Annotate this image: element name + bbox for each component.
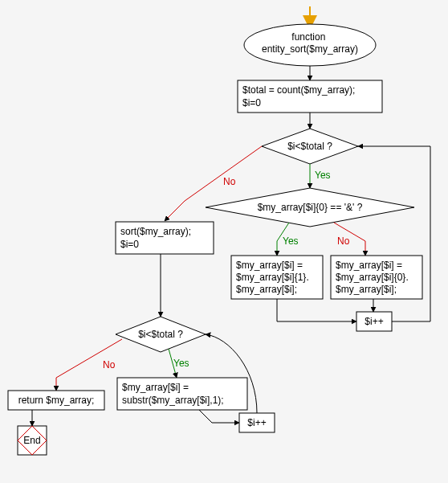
node-inc2-l1: $i++ bbox=[247, 417, 266, 428]
label-cond1-yes: Yes bbox=[315, 170, 331, 181]
svg-text:$my_array[$i]{0} == '&' ?: $my_array[$i]{0} == '&' ? bbox=[258, 202, 363, 213]
svg-text:$i++: $i++ bbox=[247, 417, 266, 428]
node-amp-no-l1: $my_array[$i] = bbox=[336, 260, 402, 271]
node-sort-l1: sort($my_array); bbox=[120, 226, 191, 237]
label-cond2-yes: Yes bbox=[173, 358, 189, 369]
svg-text:$i++: $i++ bbox=[365, 316, 383, 327]
node-amp-no-l3: $my_array[$i]; bbox=[336, 284, 397, 295]
node-ret-l1: return $my_array; bbox=[18, 395, 95, 406]
svg-text:End: End bbox=[23, 435, 40, 446]
node-init-line2: $i=0 bbox=[242, 97, 261, 108]
node-substr-l1: $my_array[$i] = bbox=[122, 382, 189, 393]
node-amp-yes-l3: $my_array[$i]; bbox=[236, 284, 297, 295]
label-amp-no: No bbox=[337, 235, 350, 247]
node-end: End bbox=[18, 426, 47, 455]
node-func-line1: function bbox=[291, 31, 325, 43]
node-init-line1: $total = count($my_array); bbox=[242, 84, 355, 96]
label-cond2-no: No bbox=[103, 359, 116, 370]
node-cond2-l1: $i<$total ? bbox=[138, 329, 183, 340]
label-cond1-no: No bbox=[223, 176, 236, 187]
node-inc1-l1: $i++ bbox=[365, 316, 383, 327]
node-end-l1: End bbox=[23, 435, 40, 446]
node-func-line2: entity_sort($my_array) bbox=[262, 43, 358, 55]
node-amp-yes-l1: $my_array[$i] = bbox=[236, 260, 303, 271]
node-sort-l2: $i=0 bbox=[120, 239, 139, 250]
label-amp-yes: Yes bbox=[283, 235, 299, 247]
node-cond-amp-line1: $my_array[$i]{0} == '&' ? bbox=[258, 202, 363, 213]
node-cond1-line1: $i<$total ? bbox=[287, 141, 332, 152]
node-amp-no-l2: $my_array[$i]{0}. bbox=[336, 272, 409, 283]
flowchart-canvas: function entity_sort($my_array) $total =… bbox=[0, 0, 448, 483]
node-substr-l2: substr($my_array[$i],1); bbox=[122, 395, 224, 406]
node-amp-yes-l2: $my_array[$i]{1}. bbox=[236, 272, 309, 283]
edge-substr-inc2 bbox=[199, 410, 239, 423]
svg-text:$i<$total ?: $i<$total ? bbox=[138, 329, 183, 340]
svg-text:return $my_array;: return $my_array; bbox=[18, 395, 95, 406]
svg-text:$i<$total ?: $i<$total ? bbox=[287, 141, 332, 152]
edge-ampyes-inc1 bbox=[277, 299, 356, 321]
